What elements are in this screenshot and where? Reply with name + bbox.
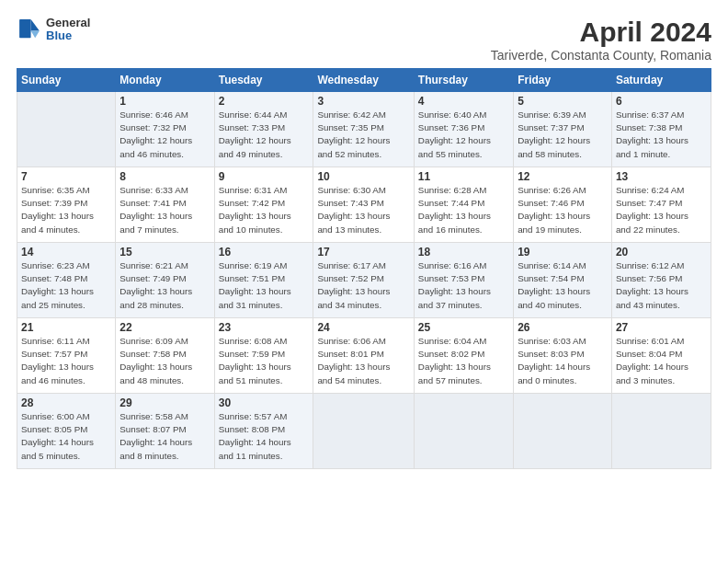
day-info: Sunrise: 6:08 AM Sunset: 7:59 PM Dayligh…	[219, 335, 310, 387]
calendar-row-1: 7Sunrise: 6:35 AM Sunset: 7:39 PM Daylig…	[17, 167, 711, 243]
table-row: 12Sunrise: 6:26 AM Sunset: 7:46 PM Dayli…	[514, 167, 612, 243]
title-area: April 2024 Tariverde, Constanta County, …	[491, 17, 711, 63]
day-info: Sunrise: 6:40 AM Sunset: 7:36 PM Dayligh…	[418, 109, 509, 161]
day-number: 13	[616, 170, 707, 183]
table-row: 26Sunrise: 6:03 AM Sunset: 8:03 PM Dayli…	[514, 318, 612, 394]
day-info: Sunrise: 6:00 AM Sunset: 8:05 PM Dayligh…	[21, 410, 111, 463]
table-row	[414, 394, 513, 469]
day-number: 19	[518, 246, 608, 259]
day-number: 20	[616, 246, 707, 259]
day-number: 18	[418, 246, 509, 259]
calendar-row-3: 21Sunrise: 6:11 AM Sunset: 7:57 PM Dayli…	[17, 318, 711, 394]
day-number: 4	[418, 95, 509, 108]
day-info: Sunrise: 6:37 AM Sunset: 7:38 PM Dayligh…	[616, 109, 707, 161]
col-sunday: Sunday	[17, 69, 116, 92]
day-info: Sunrise: 6:06 AM Sunset: 8:01 PM Dayligh…	[317, 335, 409, 387]
table-row: 30Sunrise: 5:57 AM Sunset: 8:08 PM Dayli…	[214, 394, 313, 469]
day-number: 27	[616, 321, 707, 334]
day-info: Sunrise: 6:21 AM Sunset: 7:49 PM Dayligh…	[119, 259, 210, 312]
day-info: Sunrise: 6:19 AM Sunset: 7:51 PM Dayligh…	[219, 259, 310, 312]
day-number: 24	[317, 321, 409, 334]
day-info: Sunrise: 5:58 AM Sunset: 8:07 PM Dayligh…	[119, 410, 210, 463]
table-row: 7Sunrise: 6:35 AM Sunset: 7:39 PM Daylig…	[17, 167, 116, 243]
table-row: 15Sunrise: 6:21 AM Sunset: 7:49 PM Dayli…	[116, 243, 214, 318]
day-number: 6	[616, 95, 707, 108]
day-info: Sunrise: 6:12 AM Sunset: 7:56 PM Dayligh…	[616, 259, 707, 312]
day-info: Sunrise: 6:09 AM Sunset: 7:58 PM Dayligh…	[119, 335, 210, 387]
table-row: 10Sunrise: 6:30 AM Sunset: 7:43 PM Dayli…	[313, 167, 414, 243]
day-info: Sunrise: 6:46 AM Sunset: 7:32 PM Dayligh…	[119, 109, 210, 161]
calendar-table: Sunday Monday Tuesday Wednesday Thursday…	[17, 68, 711, 469]
table-row: 2Sunrise: 6:44 AM Sunset: 7:33 PM Daylig…	[214, 92, 313, 167]
month-title: April 2024	[491, 17, 711, 48]
col-tuesday: Tuesday	[214, 69, 313, 92]
table-row	[313, 394, 414, 469]
table-row: 11Sunrise: 6:28 AM Sunset: 7:44 PM Dayli…	[414, 167, 513, 243]
table-row	[17, 92, 116, 167]
table-row	[611, 394, 711, 469]
day-number: 2	[219, 95, 310, 108]
day-info: Sunrise: 5:57 AM Sunset: 8:08 PM Dayligh…	[219, 410, 310, 463]
calendar-header-row: Sunday Monday Tuesday Wednesday Thursday…	[17, 69, 711, 92]
logo-blue-text: Blue	[46, 29, 90, 42]
table-row: 20Sunrise: 6:12 AM Sunset: 7:56 PM Dayli…	[611, 243, 711, 318]
day-number: 3	[317, 95, 409, 108]
day-number: 22	[119, 321, 210, 334]
table-row	[514, 394, 612, 469]
svg-rect-2	[19, 19, 30, 38]
day-number: 12	[518, 170, 608, 183]
day-number: 10	[317, 170, 409, 183]
day-info: Sunrise: 6:14 AM Sunset: 7:54 PM Dayligh…	[518, 259, 608, 312]
table-row: 28Sunrise: 6:00 AM Sunset: 8:05 PM Dayli…	[17, 394, 116, 469]
day-info: Sunrise: 6:24 AM Sunset: 7:47 PM Dayligh…	[616, 184, 707, 236]
day-info: Sunrise: 6:16 AM Sunset: 7:53 PM Dayligh…	[418, 259, 509, 312]
day-number: 11	[418, 170, 509, 183]
table-row: 5Sunrise: 6:39 AM Sunset: 7:37 PM Daylig…	[514, 92, 612, 167]
table-row: 6Sunrise: 6:37 AM Sunset: 7:38 PM Daylig…	[611, 92, 711, 167]
day-info: Sunrise: 6:03 AM Sunset: 8:03 PM Dayligh…	[518, 335, 608, 387]
day-info: Sunrise: 6:39 AM Sunset: 7:37 PM Dayligh…	[518, 109, 608, 161]
day-info: Sunrise: 6:35 AM Sunset: 7:39 PM Dayligh…	[21, 184, 111, 236]
table-row: 24Sunrise: 6:06 AM Sunset: 8:01 PM Dayli…	[313, 318, 414, 394]
header: General Blue April 2024 Tariverde, Const…	[17, 17, 711, 63]
day-number: 21	[21, 321, 111, 334]
col-wednesday: Wednesday	[313, 69, 414, 92]
col-friday: Friday	[514, 69, 612, 92]
day-number: 1	[119, 95, 210, 108]
col-saturday: Saturday	[611, 69, 711, 92]
day-info: Sunrise: 6:28 AM Sunset: 7:44 PM Dayligh…	[418, 184, 509, 236]
day-info: Sunrise: 6:26 AM Sunset: 7:46 PM Dayligh…	[518, 184, 608, 236]
col-monday: Monday	[116, 69, 214, 92]
day-number: 26	[518, 321, 608, 334]
logo: General Blue	[17, 17, 90, 43]
day-info: Sunrise: 6:11 AM Sunset: 7:57 PM Dayligh…	[21, 335, 111, 387]
page: General Blue April 2024 Tariverde, Const…	[0, 0, 728, 563]
day-info: Sunrise: 6:17 AM Sunset: 7:52 PM Dayligh…	[317, 259, 409, 312]
table-row: 1Sunrise: 6:46 AM Sunset: 7:32 PM Daylig…	[116, 92, 214, 167]
logo-text: General Blue	[46, 17, 90, 43]
day-info: Sunrise: 6:44 AM Sunset: 7:33 PM Dayligh…	[219, 109, 310, 161]
day-number: 28	[21, 396, 111, 409]
location-subtitle: Tariverde, Constanta County, Romania	[491, 48, 711, 63]
table-row: 29Sunrise: 5:58 AM Sunset: 8:07 PM Dayli…	[116, 394, 214, 469]
day-number: 25	[418, 321, 509, 334]
day-number: 15	[119, 246, 210, 259]
day-info: Sunrise: 6:33 AM Sunset: 7:41 PM Dayligh…	[119, 184, 210, 236]
logo-icon	[17, 17, 42, 42]
table-row: 19Sunrise: 6:14 AM Sunset: 7:54 PM Dayli…	[514, 243, 612, 318]
day-number: 14	[21, 246, 111, 259]
day-number: 16	[219, 246, 310, 259]
day-info: Sunrise: 6:01 AM Sunset: 8:04 PM Dayligh…	[616, 335, 707, 387]
logo-general-text: General	[46, 17, 90, 29]
svg-marker-0	[31, 19, 40, 30]
table-row: 3Sunrise: 6:42 AM Sunset: 7:35 PM Daylig…	[313, 92, 414, 167]
table-row: 13Sunrise: 6:24 AM Sunset: 7:47 PM Dayli…	[611, 167, 711, 243]
table-row: 14Sunrise: 6:23 AM Sunset: 7:48 PM Dayli…	[17, 243, 116, 318]
day-number: 23	[219, 321, 310, 334]
calendar-row-2: 14Sunrise: 6:23 AM Sunset: 7:48 PM Dayli…	[17, 243, 711, 318]
table-row: 16Sunrise: 6:19 AM Sunset: 7:51 PM Dayli…	[214, 243, 313, 318]
table-row: 21Sunrise: 6:11 AM Sunset: 7:57 PM Dayli…	[17, 318, 116, 394]
table-row: 17Sunrise: 6:17 AM Sunset: 7:52 PM Dayli…	[313, 243, 414, 318]
day-info: Sunrise: 6:31 AM Sunset: 7:42 PM Dayligh…	[219, 184, 310, 236]
day-number: 5	[518, 95, 608, 108]
